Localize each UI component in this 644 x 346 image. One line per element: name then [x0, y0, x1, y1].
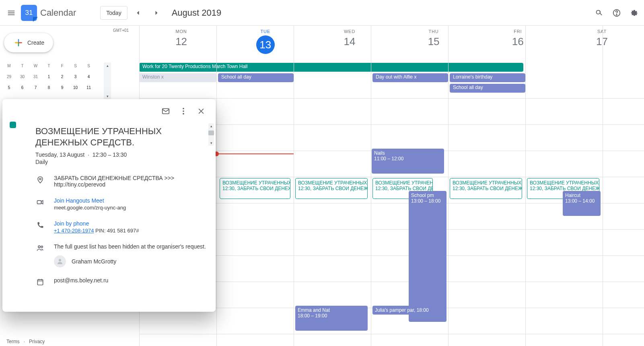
- organizer-row: post@ms.boley.net.ru: [35, 277, 206, 286]
- people-icon: [35, 243, 45, 267]
- event-details-popup: ▴▾ ВОЗМЕЩЕНИЕ УТРАЧЕННЫХ ДЕНЕЖНЫХ СРЕДСТ…: [2, 99, 216, 312]
- footer-links: Terms · Privacy: [6, 339, 45, 344]
- phone-details: +1 470-208-1974 PIN: 491 581 697#: [54, 228, 139, 234]
- event-school-pm[interactable]: School pm 13:00 – 18:00: [409, 191, 446, 322]
- prev-week-icon[interactable]: [130, 5, 146, 21]
- location-row: ЗАБРАТЬ СВОИ ДЕНЕЖНЫЕ СРЕДСТВА >>> http:…: [35, 175, 206, 188]
- event-recurring-fri[interactable]: ВОЗМЕЩЕНИЕ УТРАЧЕННЫХ ДЕНЕЖНЫХ СРЕДСТВ. …: [450, 178, 522, 199]
- search-icon[interactable]: [591, 5, 607, 21]
- svg-point-3: [183, 108, 184, 110]
- next-week-icon[interactable]: [148, 5, 165, 21]
- create-button[interactable]: Create: [4, 33, 53, 52]
- svg-point-4: [183, 110, 184, 112]
- footer-privacy[interactable]: Privacy: [29, 339, 45, 344]
- app-title: Calendar: [40, 8, 76, 18]
- event-title: ВОЗМЕЩЕНИЕ УТРАЧЕННЫХ ДЕНЕЖНЫХ СРЕДСТВ.: [35, 126, 206, 148]
- create-label: Create: [27, 39, 44, 46]
- help-icon[interactable]: [609, 5, 625, 21]
- organizer-email: post@ms.boley.net.ru: [54, 277, 108, 286]
- calendar-icon: [35, 277, 45, 286]
- meet-url: meet.google.com/zrq-uync-ang: [54, 205, 126, 211]
- allday-event-tue[interactable]: School all day: [218, 73, 294, 82]
- allday-event-mon[interactable]: Winston x: [139, 73, 216, 82]
- allday-event-fri1[interactable]: Lorraine's birthday: [450, 73, 525, 82]
- allday-area: Work for 20 Twenty Productions March Tow…: [139, 63, 644, 94]
- event-recurrence: Daily: [35, 159, 206, 165]
- svg-point-8: [38, 246, 40, 248]
- settings-icon[interactable]: [626, 5, 642, 21]
- event-recurring-tue[interactable]: ВОЗМЕЩЕНИЕ УТРАЧЕННЫХ ДЕНЕЖНЫХ СРЕДСТВ. …: [220, 178, 290, 199]
- phone-icon: [35, 220, 45, 234]
- meet-link[interactable]: Join Hangouts Meet: [54, 197, 126, 204]
- allday-event-fri2[interactable]: School all day: [450, 84, 525, 93]
- more-icon[interactable]: [175, 103, 191, 119]
- event-recurring-wed[interactable]: ВОЗМЕЩЕНИЕ УТРАЧЕННЫХ ДЕНЕЖНЫХ СРЕДСТВ. …: [295, 178, 368, 199]
- event-julia[interactable]: Julia's pamper par, 18:00: [372, 306, 445, 315]
- location-icon: [35, 175, 45, 188]
- event-datetime: Tuesday, 13 August · 12:30 – 13:30: [35, 151, 206, 158]
- svg-rect-11: [37, 280, 43, 285]
- footer-terms[interactable]: Terms: [6, 339, 20, 344]
- today-button[interactable]: Today: [100, 6, 127, 20]
- calendar-logo[interactable]: 31: [21, 5, 37, 21]
- phone-link[interactable]: Join by phone: [54, 220, 139, 227]
- month-title: August 2019: [172, 8, 222, 18]
- svg-point-1: [616, 15, 617, 15]
- event-nails[interactable]: Nails 11:00 – 12:00: [372, 149, 444, 174]
- sidebar-scrollbar[interactable]: ▴▾: [104, 62, 111, 99]
- mini-calendar[interactable]: MTWTFSS 2930311234567891011: [2, 60, 103, 93]
- email-icon[interactable]: [158, 103, 174, 119]
- svg-rect-7: [37, 201, 41, 204]
- allday-event-banner[interactable]: Work for 20 Twenty Productions March Tow…: [139, 63, 523, 72]
- meet-row: Join Hangouts Meet meet.google.com/zrq-u…: [35, 197, 206, 211]
- day-headers: MON12TUE13WED14THU15FRI16SAT17: [139, 29, 644, 54]
- guests-note: The full guest list has been hidden at t…: [54, 243, 206, 250]
- event-haircut[interactable]: Haircut 13:00 – 14:00: [563, 191, 601, 216]
- video-icon: [35, 197, 45, 211]
- svg-point-9: [41, 246, 43, 248]
- timezone-label: GMT+01: [113, 28, 129, 33]
- guests-row: The full guest list has been hidden at t…: [35, 243, 206, 267]
- guest-avatar: [54, 255, 66, 267]
- svg-point-5: [183, 113, 184, 115]
- guest-name: Graham McGrotty: [72, 258, 116, 265]
- close-icon[interactable]: [193, 103, 209, 119]
- allday-event-thu[interactable]: Day out with Alfie x: [372, 73, 448, 82]
- event-emma[interactable]: Emma and Nat 18:00 – 19:00: [295, 306, 368, 331]
- phone-row: Join by phone +1 470-208-1974 PIN: 491 5…: [35, 220, 206, 234]
- now-indicator: [216, 153, 294, 154]
- svg-point-10: [59, 259, 61, 261]
- menu-icon[interactable]: [3, 5, 19, 21]
- app-header: 31 Calendar Today August 2019: [0, 0, 644, 26]
- svg-point-6: [39, 178, 41, 180]
- location-text[interactable]: ЗАБРАТЬ СВОИ ДЕНЕЖНЫЕ СРЕДСТВА >>> http:…: [54, 175, 206, 188]
- plus-icon: [13, 37, 24, 48]
- popup-scrollbar[interactable]: ▴▾: [208, 123, 214, 146]
